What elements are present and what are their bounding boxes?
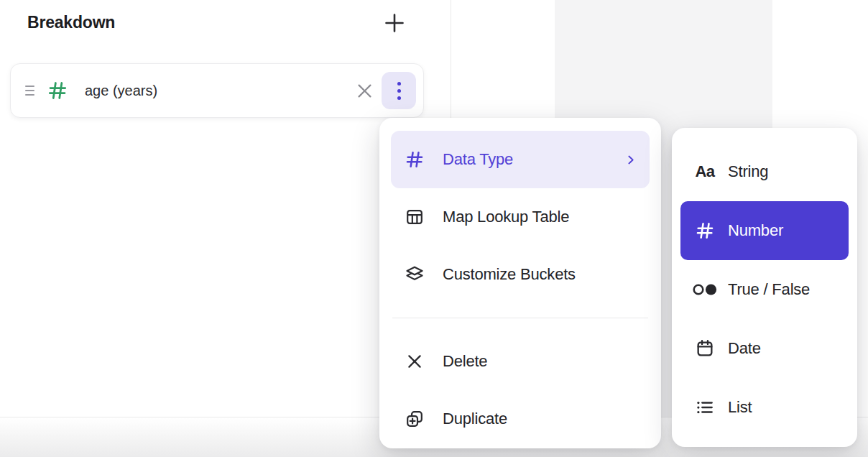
menu-item-label: Map Lookup Table: [443, 208, 569, 226]
menu-item-customize-buckets[interactable]: Customize Buckets: [391, 246, 650, 303]
submenu-item-label: List: [728, 398, 752, 417]
menu-item-label: Customize Buckets: [443, 265, 576, 284]
close-icon: [355, 81, 374, 101]
menu-item-label: Duplicate: [443, 410, 507, 428]
menu-item-label: Delete: [443, 352, 487, 371]
menu-item-map-lookup-table[interactable]: Map Lookup Table: [391, 188, 650, 246]
add-breakdown-button[interactable]: [383, 11, 406, 34]
list-icon: [692, 398, 718, 417]
remove-field-button[interactable]: [352, 78, 377, 103]
field-name-label: age (years): [85, 83, 157, 99]
menu-divider: [392, 318, 648, 318]
submenu-item-label: Number: [728, 221, 783, 240]
page-title: Breakdown: [27, 13, 115, 32]
layers-icon: [404, 264, 425, 285]
x-icon: [404, 352, 425, 371]
table-icon: [404, 207, 425, 227]
kebab-dot: [397, 82, 401, 86]
hash-icon: [692, 221, 718, 241]
submenu-item-list[interactable]: List: [680, 378, 849, 437]
submenu-item-true-false[interactable]: True / False: [680, 260, 849, 319]
submenu-item-label: Date: [728, 339, 761, 358]
menu-item-data-type[interactable]: Data Type: [391, 131, 650, 188]
hash-icon: [404, 149, 425, 170]
plus-icon: [384, 12, 405, 34]
hash-icon: [47, 80, 68, 101]
chevron-right-icon: [624, 154, 637, 166]
submenu-item-string[interactable]: Aa String: [680, 142, 849, 201]
submenu-item-label: String: [728, 162, 768, 181]
submenu-item-label: True / False: [728, 280, 810, 299]
menu-item-delete[interactable]: Delete: [391, 333, 650, 390]
drag-handle-icon[interactable]: [25, 86, 34, 96]
menu-item-label: Data Type: [443, 150, 513, 169]
data-type-submenu: Aa String Number True / False Date: [672, 128, 857, 447]
menu-item-duplicate[interactable]: Duplicate: [391, 390, 650, 448]
kebab-dot: [397, 96, 401, 100]
submenu-item-number[interactable]: Number: [680, 201, 849, 260]
kebab-dot: [397, 89, 401, 93]
two-circles-icon: [692, 282, 718, 297]
string-icon: Aa: [692, 162, 718, 181]
field-options-menu: Data Type Map Lookup Table Customize Buc…: [379, 118, 661, 448]
breakdown-field-chip[interactable]: age (years): [10, 63, 424, 118]
calendar-icon: [692, 338, 718, 359]
field-options-button[interactable]: [382, 72, 416, 109]
submenu-item-date[interactable]: Date: [680, 319, 849, 378]
duplicate-icon: [404, 409, 425, 429]
